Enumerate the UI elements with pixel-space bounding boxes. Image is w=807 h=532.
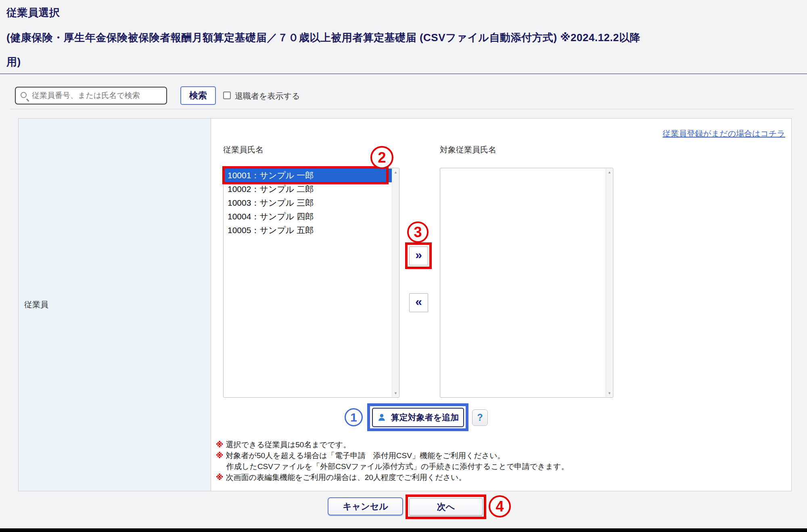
list-item[interactable]: 10002：サンプル 二郎 — [224, 182, 392, 196]
search-button[interactable]: 検索 — [180, 86, 216, 105]
target-list-label: 対象従業員氏名 — [440, 144, 496, 155]
list-item[interactable]: 10003：サンプル 三郎 — [224, 196, 392, 210]
list-item[interactable]: 10005：サンプル 五郎 — [224, 223, 392, 237]
help-button[interactable]: ? — [472, 409, 488, 426]
question-icon: ? — [477, 412, 483, 423]
move-left-button[interactable]: « — [409, 293, 428, 312]
note-line: 作成したCSVファイルを「外部CSVファイル添付方式」の手続きに添付することで申… — [216, 461, 569, 472]
scroll-down-icon[interactable]: ▼ — [392, 390, 399, 397]
note-text: 対象者が50人を超える場合は「電子申請 添付用CSV」機能をご利用ください。 — [226, 451, 505, 460]
list-item[interactable]: 10004：サンプル 四郎 — [224, 210, 392, 223]
row-header-cell: 従業員 — [18, 118, 211, 491]
note-marker-icon: ※ — [216, 451, 223, 460]
scroll-down-icon[interactable]: ▼ — [606, 390, 613, 397]
note-line: ※対象者が50人を超える場合は「電子申請 添付用CSV」機能をご利用ください。 — [216, 451, 505, 461]
move-right-button[interactable]: » — [409, 246, 428, 265]
note-line: ※選択できる従業員は50名までです。 — [216, 440, 351, 450]
show-retirees-checkbox[interactable] — [223, 92, 231, 99]
scroll-up-icon[interactable]: ▲ — [606, 169, 613, 176]
scrollbar[interactable]: ▲ ▼ — [606, 169, 613, 397]
employee-search-box — [15, 87, 167, 104]
employee-list: 10001：サンプル 一郎 10002：サンプル 二郎 10003：サンプル 三… — [224, 169, 392, 397]
note-line: ※次画面の表編集機能をご利用の場合は、20人程度でご利用ください。 — [216, 472, 466, 483]
target-employee-list — [441, 169, 606, 397]
scrollbar[interactable]: ▲ ▼ — [392, 169, 399, 397]
scroll-up-icon[interactable]: ▲ — [392, 169, 399, 176]
note-text: 選択できる従業員は50名までです。 — [226, 440, 351, 449]
note-marker-icon: ※ — [216, 440, 223, 449]
search-input[interactable] — [32, 91, 161, 100]
employee-register-link[interactable]: 従業員登録がまだの場合はコチラ — [663, 128, 785, 139]
page-subtitle-line1: (健康保険・厚生年金保険被保険者報酬月額算定基礎届／７０歳以上被用者算定基礎届 … — [6, 31, 797, 45]
search-icon — [21, 92, 27, 98]
source-list-label: 従業員氏名 — [223, 144, 263, 155]
row-header-label: 従業員 — [24, 299, 48, 310]
show-retirees-label: 退職者を表示する — [235, 91, 300, 102]
person-icon — [377, 413, 386, 422]
annotation-step-4: 4 — [489, 495, 511, 517]
title-divider — [0, 73, 807, 74]
page-subtitle-line2: 用) — [6, 55, 797, 69]
employee-listbox: 10001：サンプル 一郎 10002：サンプル 二郎 10003：サンプル 三… — [223, 168, 399, 398]
add-calculation-target-button[interactable]: 算定対象者を追加 — [372, 408, 464, 427]
add-calculation-target-label: 算定対象者を追加 — [391, 412, 459, 423]
note-marker-icon: ※ — [216, 473, 223, 482]
note-text: 作成したCSVファイルを「外部CSVファイル添付方式」の手続きに添付することで申… — [226, 462, 569, 471]
target-employee-listbox: ▲ ▼ — [440, 168, 613, 398]
next-button[interactable]: 次へ — [409, 498, 483, 515]
window-bottom-edge — [0, 528, 807, 532]
page-title: 従業員選択 — [6, 6, 797, 20]
search-divider — [10, 109, 794, 109]
list-item[interactable]: 10001：サンプル 一郎 — [224, 169, 392, 182]
cancel-button[interactable]: キャンセル — [328, 497, 403, 515]
note-text: 次画面の表編集機能をご利用の場合は、20人程度でご利用ください。 — [226, 473, 466, 482]
